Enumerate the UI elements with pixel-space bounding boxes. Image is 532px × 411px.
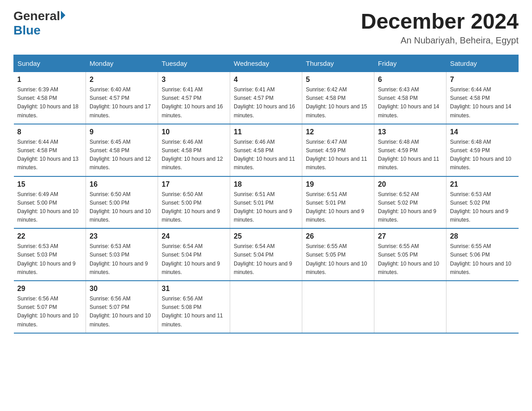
day-info: Sunrise: 6:56 AM Sunset: 5:07 PM Dayligh…: [17, 295, 82, 329]
calendar-cell: 26 Sunrise: 6:55 AM Sunset: 5:05 PM Dayl…: [302, 228, 374, 281]
logo-general-text: General: [13, 9, 60, 23]
day-number: 22: [17, 232, 82, 240]
calendar-cell: 31 Sunrise: 6:56 AM Sunset: 5:08 PM Dayl…: [158, 281, 230, 333]
calendar-table: SundayMondayTuesdayWednesdayThursdayFrid…: [13, 55, 519, 334]
logo: General Blue: [13, 9, 65, 38]
day-number: 4: [234, 76, 298, 84]
day-info: Sunrise: 6:53 AM Sunset: 5:03 PM Dayligh…: [90, 242, 154, 277]
calendar-cell: 17 Sunrise: 6:50 AM Sunset: 5:00 PM Dayl…: [158, 176, 230, 229]
day-number: 2: [90, 76, 154, 84]
day-info: Sunrise: 6:42 AM Sunset: 4:58 PM Dayligh…: [306, 86, 370, 120]
header-sunday: Sunday: [14, 55, 86, 72]
day-info: Sunrise: 6:41 AM Sunset: 4:57 PM Dayligh…: [162, 86, 226, 120]
day-info: Sunrise: 6:48 AM Sunset: 4:59 PM Dayligh…: [378, 138, 442, 172]
day-info: Sunrise: 6:55 AM Sunset: 5:05 PM Dayligh…: [378, 242, 442, 277]
calendar-cell: 29 Sunrise: 6:56 AM Sunset: 5:07 PM Dayl…: [14, 281, 86, 333]
calendar-cell: 19 Sunrise: 6:51 AM Sunset: 5:01 PM Dayl…: [302, 176, 374, 229]
calendar-cell: 16 Sunrise: 6:50 AM Sunset: 5:00 PM Dayl…: [86, 176, 158, 229]
day-info: Sunrise: 6:44 AM Sunset: 4:58 PM Dayligh…: [450, 86, 515, 120]
calendar-cell: 1 Sunrise: 6:39 AM Sunset: 4:58 PM Dayli…: [14, 72, 86, 124]
day-number: 10: [162, 128, 226, 136]
day-number: 16: [90, 180, 154, 188]
calendar-cell: 3 Sunrise: 6:41 AM Sunset: 4:57 PM Dayli…: [158, 72, 230, 124]
day-number: 18: [234, 180, 298, 188]
calendar-cell: 10 Sunrise: 6:46 AM Sunset: 4:58 PM Dayl…: [158, 124, 230, 176]
day-number: 3: [162, 76, 226, 84]
day-number: 21: [450, 180, 515, 188]
day-info: Sunrise: 6:43 AM Sunset: 4:58 PM Dayligh…: [378, 86, 442, 120]
header-tuesday: Tuesday: [158, 55, 230, 72]
day-number: 6: [378, 76, 442, 84]
calendar-week-row: 15 Sunrise: 6:49 AM Sunset: 5:00 PM Dayl…: [14, 176, 519, 229]
day-info: Sunrise: 6:39 AM Sunset: 4:58 PM Dayligh…: [17, 86, 82, 120]
day-info: Sunrise: 6:56 AM Sunset: 5:08 PM Dayligh…: [162, 295, 226, 329]
day-info: Sunrise: 6:54 AM Sunset: 5:04 PM Dayligh…: [234, 242, 298, 277]
day-number: 14: [450, 128, 515, 136]
calendar-cell: 6 Sunrise: 6:43 AM Sunset: 4:58 PM Dayli…: [374, 72, 446, 124]
calendar-header-row: SundayMondayTuesdayWednesdayThursdayFrid…: [14, 55, 519, 72]
calendar-cell: 30 Sunrise: 6:56 AM Sunset: 5:07 PM Dayl…: [86, 281, 158, 333]
day-number: 17: [162, 180, 226, 188]
calendar-cell: 18 Sunrise: 6:51 AM Sunset: 5:01 PM Dayl…: [230, 176, 302, 229]
day-number: 23: [90, 232, 154, 240]
day-info: Sunrise: 6:53 AM Sunset: 5:03 PM Dayligh…: [17, 242, 82, 277]
day-info: Sunrise: 6:51 AM Sunset: 5:01 PM Dayligh…: [306, 190, 370, 225]
calendar-cell: [446, 281, 519, 333]
calendar-cell: [374, 281, 446, 333]
day-number: 28: [450, 232, 515, 240]
header-friday: Friday: [374, 55, 446, 72]
day-info: Sunrise: 6:41 AM Sunset: 4:57 PM Dayligh…: [234, 86, 298, 120]
header-saturday: Saturday: [446, 55, 519, 72]
header-thursday: Thursday: [302, 55, 374, 72]
day-number: 26: [306, 232, 370, 240]
day-info: Sunrise: 6:54 AM Sunset: 5:04 PM Dayligh…: [162, 242, 226, 277]
header-wednesday: Wednesday: [230, 55, 302, 72]
day-info: Sunrise: 6:52 AM Sunset: 5:02 PM Dayligh…: [378, 190, 442, 225]
day-number: 20: [378, 180, 442, 188]
calendar-cell: 8 Sunrise: 6:44 AM Sunset: 4:58 PM Dayli…: [14, 124, 86, 176]
calendar-cell: 7 Sunrise: 6:44 AM Sunset: 4:58 PM Dayli…: [446, 72, 519, 124]
day-number: 8: [17, 128, 82, 136]
logo-blue-text: Blue: [13, 23, 41, 38]
day-info: Sunrise: 6:51 AM Sunset: 5:01 PM Dayligh…: [234, 190, 298, 225]
day-info: Sunrise: 6:44 AM Sunset: 4:58 PM Dayligh…: [17, 138, 82, 172]
day-number: 11: [234, 128, 298, 136]
calendar-cell: 5 Sunrise: 6:42 AM Sunset: 4:58 PM Dayli…: [302, 72, 374, 124]
day-number: 12: [306, 128, 370, 136]
day-info: Sunrise: 6:45 AM Sunset: 4:58 PM Dayligh…: [90, 138, 154, 172]
logo-triangle-icon: [61, 11, 65, 20]
calendar-cell: 28 Sunrise: 6:55 AM Sunset: 5:06 PM Dayl…: [446, 228, 519, 281]
location-subtitle: An Nubariyah, Beheira, Egypt: [361, 35, 519, 46]
calendar-cell: 15 Sunrise: 6:49 AM Sunset: 5:00 PM Dayl…: [14, 176, 86, 229]
calendar-week-row: 1 Sunrise: 6:39 AM Sunset: 4:58 PM Dayli…: [14, 72, 519, 124]
calendar-cell: 4 Sunrise: 6:41 AM Sunset: 4:57 PM Dayli…: [230, 72, 302, 124]
day-number: 9: [90, 128, 154, 136]
calendar-week-row: 22 Sunrise: 6:53 AM Sunset: 5:03 PM Dayl…: [14, 228, 519, 281]
calendar-cell: 21 Sunrise: 6:53 AM Sunset: 5:02 PM Dayl…: [446, 176, 519, 229]
calendar-cell: 2 Sunrise: 6:40 AM Sunset: 4:57 PM Dayli…: [86, 72, 158, 124]
day-info: Sunrise: 6:55 AM Sunset: 5:06 PM Dayligh…: [450, 242, 515, 277]
day-info: Sunrise: 6:55 AM Sunset: 5:05 PM Dayligh…: [306, 242, 370, 277]
day-info: Sunrise: 6:50 AM Sunset: 5:00 PM Dayligh…: [90, 190, 154, 225]
calendar-cell: 27 Sunrise: 6:55 AM Sunset: 5:05 PM Dayl…: [374, 228, 446, 281]
day-info: Sunrise: 6:47 AM Sunset: 4:59 PM Dayligh…: [306, 138, 370, 172]
day-number: 5: [306, 76, 370, 84]
calendar-cell: 12 Sunrise: 6:47 AM Sunset: 4:59 PM Dayl…: [302, 124, 374, 176]
day-info: Sunrise: 6:53 AM Sunset: 5:02 PM Dayligh…: [450, 190, 515, 225]
day-number: 13: [378, 128, 442, 136]
day-info: Sunrise: 6:49 AM Sunset: 5:00 PM Dayligh…: [17, 190, 82, 225]
day-info: Sunrise: 6:48 AM Sunset: 4:59 PM Dayligh…: [450, 138, 515, 172]
calendar-cell: [230, 281, 302, 333]
month-title: December 2024: [361, 9, 519, 34]
calendar-cell: 25 Sunrise: 6:54 AM Sunset: 5:04 PM Dayl…: [230, 228, 302, 281]
page-header: General Blue December 2024 An Nubariyah,…: [13, 9, 519, 46]
calendar-cell: [302, 281, 374, 333]
calendar-cell: 22 Sunrise: 6:53 AM Sunset: 5:03 PM Dayl…: [14, 228, 86, 281]
day-number: 30: [90, 285, 154, 293]
calendar-cell: 24 Sunrise: 6:54 AM Sunset: 5:04 PM Dayl…: [158, 228, 230, 281]
day-number: 24: [162, 232, 226, 240]
calendar-cell: 14 Sunrise: 6:48 AM Sunset: 4:59 PM Dayl…: [446, 124, 519, 176]
day-info: Sunrise: 6:46 AM Sunset: 4:58 PM Dayligh…: [162, 138, 226, 172]
title-section: December 2024 An Nubariyah, Beheira, Egy…: [361, 9, 519, 46]
header-monday: Monday: [86, 55, 158, 72]
